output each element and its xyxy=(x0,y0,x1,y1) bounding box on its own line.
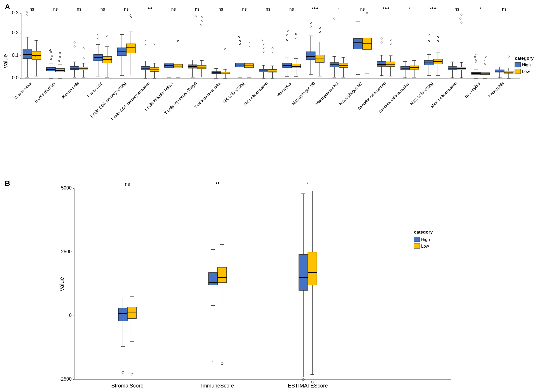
boxplot-nk-cells-resting xyxy=(235,36,253,78)
svg-text:*: * xyxy=(307,182,309,187)
svg-text:category: category xyxy=(414,230,433,235)
significance-row-a: ns ns ns ns ns *** ns ns ns ns ns ns ***… xyxy=(30,7,507,11)
svg-text:ns: ns xyxy=(455,7,459,11)
svg-point-172 xyxy=(238,36,240,38)
svg-point-187 xyxy=(263,51,264,53)
svg-point-272 xyxy=(390,39,391,41)
svg-point-105 xyxy=(130,16,132,18)
boxplot-monocytes xyxy=(283,31,301,77)
svg-text:ns: ns xyxy=(360,7,365,11)
svg-point-179 xyxy=(248,42,250,43)
boxplot-t-cells-regulatory xyxy=(188,15,206,77)
svg-point-411 xyxy=(221,363,223,365)
svg-text:ns: ns xyxy=(195,7,200,11)
svg-point-148 xyxy=(201,16,202,18)
boxplot-t-cells-cd4-memory-resting xyxy=(117,14,135,76)
svg-point-315 xyxy=(460,18,461,19)
svg-point-215 xyxy=(295,33,297,35)
svg-point-84 xyxy=(97,34,99,35)
svg-point-188 xyxy=(263,47,264,49)
panel-a-label: A xyxy=(5,3,10,11)
svg-point-273 xyxy=(390,43,391,45)
svg-text:ns: ns xyxy=(266,7,270,11)
svg-point-214 xyxy=(295,38,297,39)
svg-point-113 xyxy=(145,40,146,42)
svg-text:Macrophages M1: Macrophages M1 xyxy=(314,81,339,106)
svg-point-147 xyxy=(196,15,197,17)
svg-point-292 xyxy=(428,40,430,42)
boxplot-immune-score xyxy=(209,244,227,365)
svg-point-333 xyxy=(484,63,486,64)
svg-text:ns: ns xyxy=(171,7,176,11)
svg-point-35 xyxy=(27,14,28,15)
legend-a: category High Low xyxy=(515,56,534,74)
svg-text:Macrophages M2: Macrophages M2 xyxy=(338,81,363,106)
svg-point-323 xyxy=(475,62,477,63)
svg-rect-270 xyxy=(386,62,395,67)
svg-text:ns: ns xyxy=(124,7,129,11)
boxplot-t-cells-cd8 xyxy=(94,34,112,77)
svg-text:ns: ns xyxy=(242,7,247,11)
svg-point-106 xyxy=(129,14,131,15)
svg-rect-249 xyxy=(353,38,362,49)
svg-point-207 xyxy=(287,31,289,32)
svg-point-198 xyxy=(272,48,273,49)
svg-text:****: **** xyxy=(312,7,319,11)
svg-rect-47 xyxy=(46,67,55,71)
svg-point-76 xyxy=(83,48,84,49)
svg-text:Low: Low xyxy=(522,69,530,74)
svg-rect-388 xyxy=(118,308,127,321)
svg-point-114 xyxy=(145,44,146,46)
boxplot-plasma-cells xyxy=(70,42,88,77)
significance-row-b: ns ** * xyxy=(125,182,309,187)
chart-b-y-title: value xyxy=(58,277,65,291)
svg-point-134 xyxy=(177,40,179,42)
x-label-estimate: ESTIMATEScore xyxy=(288,383,328,389)
svg-text:ns: ns xyxy=(101,7,105,11)
svg-point-60 xyxy=(59,56,61,58)
svg-text:Mast cells activated: Mast cells activated xyxy=(430,81,458,109)
svg-text:****: **** xyxy=(383,7,390,11)
boxplot-mast-cells-resting xyxy=(424,34,442,76)
boxplot-macrophages-m0 xyxy=(306,22,324,76)
svg-text:Low: Low xyxy=(421,244,429,248)
svg-text:T cells gamma delta: T cells gamma delta xyxy=(193,81,221,109)
y-tick-0: 0.0 xyxy=(12,75,19,80)
boxplot-mast-cells-activated xyxy=(448,14,466,78)
svg-text:Mast cells resting: Mast cells resting xyxy=(409,81,434,106)
svg-rect-255 xyxy=(362,38,372,49)
boxplot-macrophages-m1 xyxy=(330,18,348,77)
svg-point-334 xyxy=(484,60,486,61)
svg-rect-416 xyxy=(299,255,308,290)
svg-text:****: **** xyxy=(430,7,437,11)
svg-point-170 xyxy=(239,40,241,42)
svg-text:***: *** xyxy=(148,7,153,11)
x-label-stromal: StromalScore xyxy=(111,383,143,389)
svg-point-324 xyxy=(475,59,477,61)
svg-text:High: High xyxy=(522,63,531,67)
svg-point-49 xyxy=(50,51,52,53)
boxplot-t-cells-follicular-helper xyxy=(165,40,183,77)
svg-text:T cells CD8: T cells CD8 xyxy=(85,81,103,99)
svg-point-150 xyxy=(200,24,201,26)
svg-point-68 xyxy=(74,46,75,47)
svg-point-301 xyxy=(437,36,439,38)
svg-rect-402 xyxy=(209,273,218,285)
svg-rect-423 xyxy=(308,252,317,285)
y-tick-b-5000: 5000 xyxy=(61,185,72,191)
svg-text:**: ** xyxy=(216,182,219,187)
svg-point-238 xyxy=(334,18,335,19)
svg-rect-262 xyxy=(377,62,386,66)
svg-point-264 xyxy=(381,38,382,39)
svg-point-171 xyxy=(239,43,241,45)
svg-point-397 xyxy=(131,373,133,375)
svg-point-316 xyxy=(461,22,462,23)
boxplot-t-cells-cd4-memory-activated xyxy=(141,40,159,78)
svg-point-300 xyxy=(437,40,439,42)
svg-text:NK cells activated: NK cells activated xyxy=(243,81,269,106)
svg-text:ns: ns xyxy=(219,7,223,11)
svg-rect-427 xyxy=(414,237,420,242)
svg-text:ns: ns xyxy=(502,7,507,11)
svg-point-190 xyxy=(262,39,263,41)
svg-text:ns: ns xyxy=(77,7,81,11)
